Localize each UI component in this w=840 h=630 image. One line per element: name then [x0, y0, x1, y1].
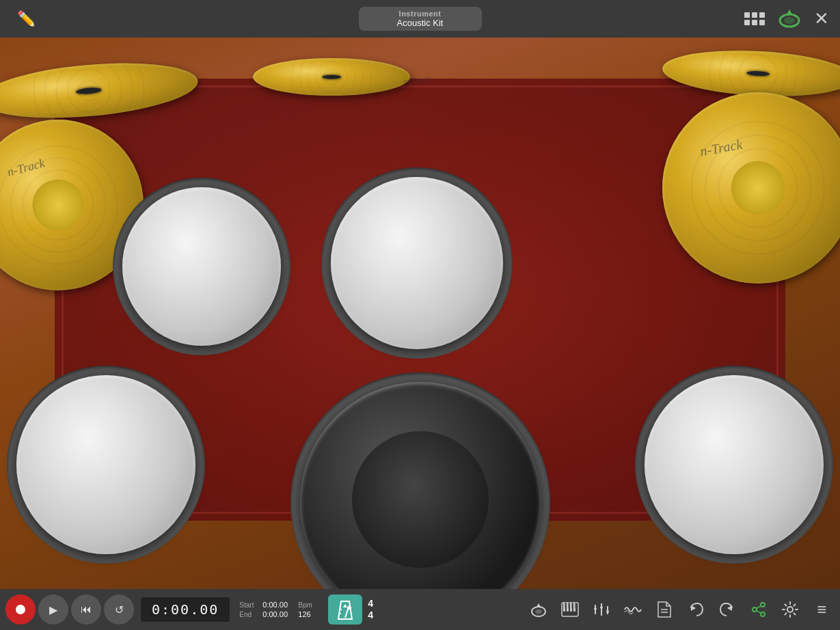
time-sig-top: 4 [368, 598, 373, 610]
menu-button[interactable]: ≡ [809, 597, 835, 622]
piano-icon [561, 602, 579, 617]
end-row: End 0:00.00 [239, 610, 290, 618]
svg-point-31 [761, 612, 765, 616]
hihat-cymbal[interactable] [253, 58, 410, 96]
transport-info: Start 0:00.00 End 0:00.00 [239, 601, 290, 618]
loop-icon: ↺ [115, 603, 124, 616]
grid-dot [744, 20, 750, 25]
time-display: 0:00.00 [141, 597, 230, 622]
close-button[interactable]: ✕ [814, 8, 829, 29]
share-button[interactable] [746, 597, 772, 622]
start-row: Start 0:00.00 [239, 601, 290, 609]
loop-tool-icon [530, 601, 547, 618]
top-right-controls: ✕ [744, 5, 829, 33]
play-button[interactable]: ▶ [38, 594, 68, 625]
svg-rect-24 [606, 610, 609, 613]
time-sig-bottom: 4 [368, 610, 373, 621]
loop-button[interactable]: ↺ [104, 594, 134, 625]
bottom-tools: ≡ [526, 597, 835, 622]
bpm-label-row: Bpm [298, 601, 325, 609]
loop-icon-button[interactable] [777, 5, 802, 33]
svg-point-34 [787, 607, 793, 612]
record-icon [16, 605, 25, 614]
bpm-value: 126 [298, 610, 325, 618]
loop-tool-button[interactable] [526, 597, 552, 622]
svg-rect-22 [594, 607, 597, 610]
waves-icon [623, 603, 642, 616]
rewind-icon: ⏮ [81, 603, 92, 616]
cymbal-rings [253, 58, 410, 96]
svg-rect-4 [347, 607, 351, 610]
end-label: End [239, 611, 258, 618]
metronome-button[interactable] [328, 594, 362, 625]
redo-button[interactable] [714, 597, 740, 622]
undo-button[interactable] [683, 597, 709, 622]
svg-point-29 [761, 603, 765, 607]
floor-tom-drum-left[interactable] [16, 375, 195, 554]
svg-line-33 [757, 610, 761, 613]
tom-drum-left[interactable] [122, 187, 281, 346]
svg-point-9 [535, 610, 542, 614]
redo-icon [719, 601, 735, 618]
file-button[interactable] [651, 597, 677, 622]
top-left-controls: ✏️ [11, 4, 41, 34]
svg-rect-15 [565, 603, 567, 609]
floor-tom-drum-right[interactable] [645, 375, 824, 554]
svg-rect-23 [600, 606, 603, 609]
svg-marker-27 [691, 605, 696, 611]
pencil-button[interactable]: ✏️ [11, 4, 41, 34]
top-bar: ✏️ Instrument Acoustic Kit ✕ [0, 0, 840, 38]
start-label: Start [239, 601, 258, 609]
pencil-icon: ✏️ [17, 10, 36, 28]
waves-button[interactable] [620, 597, 646, 622]
file-icon [657, 601, 672, 618]
mixer-button[interactable] [588, 597, 614, 622]
grid-dot [752, 12, 757, 18]
tom-drum-right[interactable] [331, 177, 503, 349]
metronome-icon [336, 599, 355, 620]
record-button[interactable] [5, 594, 36, 625]
loop-icon [777, 5, 802, 30]
piano-button[interactable] [557, 597, 583, 622]
grid-dot [759, 12, 765, 18]
bpm-value-row: 126 [298, 610, 325, 618]
svg-marker-7 [343, 604, 347, 607]
grid-dot [752, 20, 757, 25]
instrument-selector[interactable]: Instrument Acoustic Kit [359, 7, 482, 31]
play-icon: ▶ [49, 603, 57, 616]
grid-view-button[interactable] [744, 12, 765, 25]
svg-line-32 [757, 605, 761, 608]
svg-rect-18 [575, 603, 577, 609]
grid-dot [744, 12, 750, 18]
svg-point-1 [784, 17, 795, 24]
svg-rect-17 [572, 603, 573, 609]
undo-icon [688, 601, 704, 618]
end-value: 0:00.00 [262, 610, 290, 618]
rewind-button[interactable]: ⏮ [71, 594, 101, 625]
share-icon [750, 601, 767, 618]
bpm-label: Bpm [298, 601, 317, 609]
svg-marker-28 [727, 605, 732, 611]
settings-icon [781, 601, 799, 618]
grid-dot [759, 20, 765, 25]
drum-kit-area: n-Track n-Track n-Track [0, 38, 840, 589]
mixer-icon [593, 601, 610, 618]
settings-button[interactable] [777, 597, 803, 622]
bottom-bar: ▶ ⏮ ↺ 0:00.00 Start 0:00.00 End 0:00.00 … [0, 589, 840, 630]
time-signature[interactable]: 4 4 [368, 598, 373, 621]
bpm-info: Bpm 126 [298, 601, 325, 618]
menu-icon: ≡ [817, 600, 826, 619]
instrument-label: Instrument [375, 10, 465, 18]
kit-name: Acoustic Kit [375, 18, 465, 28]
svg-rect-16 [569, 603, 570, 609]
start-value: 0:00.00 [262, 601, 290, 609]
bass-drum-inner [352, 431, 489, 568]
svg-point-30 [753, 607, 757, 612]
